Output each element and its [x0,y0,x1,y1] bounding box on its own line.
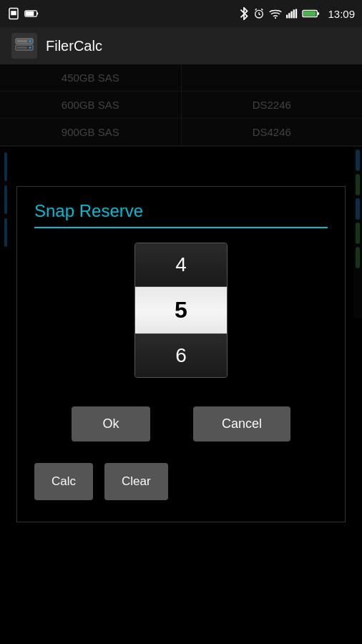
time-display: 13:09 [328,8,355,20]
svg-rect-24 [17,47,27,49]
spinner-wheel[interactable]: 4 5 6 [134,243,228,378]
dialog-title: Snap Reserve [34,201,328,221]
spinner-container[interactable]: 4 5 6 [17,228,345,392]
svg-rect-17 [318,12,320,15]
dialog-overlay: Snap Reserve 4 5 6 Ok Cancel Calc Clear [0,64,362,644]
svg-line-8 [255,9,257,10]
spinner-item-4[interactable]: 4 [135,243,227,287]
server-icon [14,36,34,56]
svg-rect-18 [303,11,316,16]
status-left-icons [7,7,39,20]
svg-point-10 [275,17,276,19]
battery-small-icon [24,9,39,18]
clear-button[interactable]: Clear [104,463,168,500]
spinner-item-6[interactable]: 6 [135,334,227,377]
bottom-buttons-area: Calc Clear [17,463,345,522]
app-title: FilerCalc [46,38,102,54]
cancel-button[interactable]: Cancel [193,406,290,441]
svg-rect-15 [295,9,297,19]
alarm-icon [253,8,265,19]
dialog-buttons: Ok Cancel [17,392,345,463]
svg-rect-4 [26,11,34,16]
dialog-title-area: Snap Reserve [17,187,345,221]
battery-full-icon [302,9,321,19]
svg-line-9 [262,9,263,10]
ok-button[interactable]: Ok [72,406,150,441]
svg-point-21 [29,40,31,42]
app-header: FilerCalc [0,27,362,64]
status-right-icons: 13:09 [239,7,355,20]
status-bar: 13:09 [0,0,362,27]
svg-rect-13 [291,11,293,19]
snap-reserve-dialog: Snap Reserve 4 5 6 Ok Cancel Calc Clear [16,186,346,522]
bluetooth-icon [239,7,249,20]
spinner-item-5-selected[interactable]: 5 [135,287,227,334]
svg-rect-1 [11,11,16,15]
app-icon [11,33,37,59]
svg-rect-3 [37,12,39,14]
svg-point-22 [29,47,31,49]
svg-rect-23 [17,40,27,42]
sim-icon [7,7,20,20]
calc-button[interactable]: Calc [34,463,93,500]
signal-icon [286,9,298,19]
svg-rect-12 [289,13,290,18]
svg-rect-14 [293,9,295,18]
svg-rect-11 [286,15,288,19]
wifi-icon [269,9,282,19]
